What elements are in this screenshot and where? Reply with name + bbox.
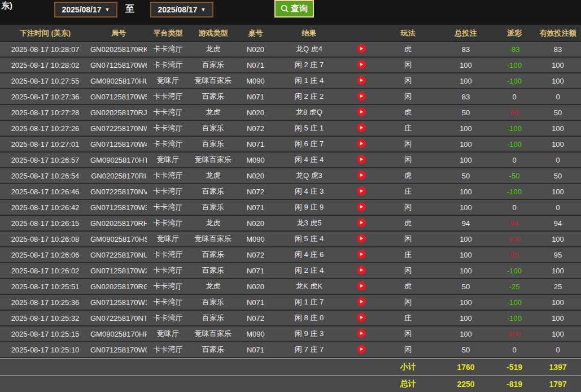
play-video-icon[interactable] bbox=[357, 92, 366, 101]
col-platform: 平台类型 bbox=[147, 28, 189, 38]
play-video-icon[interactable] bbox=[357, 107, 366, 116]
chevron-down-icon: ▼ bbox=[105, 7, 110, 12]
cell-total-bet: 100 bbox=[438, 140, 494, 149]
cell-result: 闲 7 庄 7 bbox=[274, 345, 344, 355]
cell-table-no: M090 bbox=[237, 235, 274, 243]
date-to-select[interactable]: 2025/08/17 ▼ bbox=[150, 2, 213, 18]
cell-payout: 95 bbox=[494, 251, 535, 259]
cell-platform: 卡卡湾厅 bbox=[147, 107, 189, 117]
cell-bet-time: 2025-08-17 10:27:55 bbox=[0, 77, 90, 85]
table-row: 2025-08-17 10:28:07 GN020258170RK 卡卡湾厅 龙… bbox=[0, 42, 581, 58]
play-video-icon[interactable] bbox=[357, 297, 366, 306]
col-payout: 派彩 bbox=[494, 28, 535, 38]
cell-bet-time: 2025-08-17 10:25:15 bbox=[0, 330, 90, 338]
cell-game-type: 龙虎 bbox=[189, 107, 237, 117]
cell-bet-option: 虎 bbox=[378, 218, 438, 228]
col-game-type: 游戏类型 bbox=[189, 28, 237, 38]
date-to-value: 2025/08/17 bbox=[158, 5, 198, 14]
cell-payout: -50 bbox=[494, 172, 535, 180]
table-row: 2025-08-17 10:25:32 GN072258170NT 卡卡湾厅 百… bbox=[0, 311, 581, 326]
cell-video bbox=[344, 155, 378, 165]
cell-bet-time: 2025-08-17 10:25:10 bbox=[0, 346, 90, 354]
cell-table-no: N020 bbox=[237, 45, 274, 54]
play-video-icon[interactable] bbox=[357, 345, 366, 354]
play-video-icon[interactable] bbox=[357, 202, 366, 211]
play-video-icon[interactable] bbox=[357, 139, 366, 148]
play-video-icon[interactable] bbox=[357, 265, 366, 275]
cell-total-bet: 50 bbox=[438, 108, 494, 117]
play-video-icon[interactable] bbox=[357, 123, 366, 132]
table-row: 2025-08-17 10:25:36 GN071258170W1 卡卡湾厅 百… bbox=[0, 295, 581, 311]
cell-table-no: N020 bbox=[237, 108, 274, 117]
play-video-icon[interactable] bbox=[357, 329, 366, 338]
play-video-icon[interactable] bbox=[357, 281, 366, 290]
cell-payout: 0 bbox=[494, 93, 535, 101]
cell-result: 闲 4 庄 6 bbox=[274, 250, 344, 260]
cell-bet-option: 闲 bbox=[378, 60, 438, 70]
play-video-icon[interactable] bbox=[357, 76, 366, 85]
table-row: 2025-08-17 10:27:01 GN071258170W4 卡卡湾厅 百… bbox=[0, 137, 581, 153]
cell-game-no: GN071258170W4 bbox=[90, 140, 147, 149]
cell-total-bet: 50 bbox=[438, 346, 494, 354]
cell-result: 闲 6 庄 7 bbox=[274, 139, 344, 149]
cell-game-type: 百家乐 bbox=[189, 60, 237, 70]
cell-bet-time: 2025-08-17 10:26:06 bbox=[0, 251, 90, 259]
cell-table-no: M090 bbox=[237, 330, 274, 338]
subtotal-payout: -519 bbox=[494, 363, 535, 372]
cell-valid-bet: 100 bbox=[535, 61, 581, 69]
cell-game-type: 百家乐 bbox=[189, 139, 237, 149]
col-valid-bet: 有效投注额 bbox=[535, 28, 581, 38]
cell-game-no: GN071258170W0 bbox=[90, 346, 147, 354]
cell-platform: 卡卡湾厅 bbox=[147, 44, 189, 54]
cell-game-type: 百家乐 bbox=[189, 92, 237, 102]
total-total-bet: 2250 bbox=[438, 380, 494, 389]
cell-valid-bet: 0 bbox=[535, 156, 581, 164]
play-video-icon[interactable] bbox=[357, 186, 366, 195]
table-row: 2025-08-17 10:28:02 GN071258170W6 卡卡湾厅 百… bbox=[0, 58, 581, 73]
cell-bet-time: 2025-08-17 10:26:54 bbox=[0, 172, 90, 180]
total-row: 总计 2250 -819 1797 bbox=[0, 375, 581, 392]
cell-total-bet: 94 bbox=[438, 219, 494, 228]
play-video-icon[interactable] bbox=[357, 218, 366, 227]
cell-valid-bet: 100 bbox=[535, 140, 581, 149]
cell-total-bet: 100 bbox=[438, 61, 494, 69]
cell-result: 闲 4 庄 4 bbox=[274, 155, 344, 165]
cell-video bbox=[344, 281, 378, 292]
cell-bet-time: 2025-08-17 10:27:01 bbox=[0, 140, 90, 149]
date-from-select[interactable]: 2025/08/17 ▼ bbox=[54, 2, 117, 18]
play-video-icon[interactable] bbox=[357, 234, 366, 243]
cell-total-bet: 100 bbox=[438, 314, 494, 323]
cell-valid-bet: 100 bbox=[535, 235, 581, 243]
cell-payout: 0 bbox=[494, 156, 535, 164]
cell-video bbox=[344, 171, 378, 181]
play-video-icon[interactable] bbox=[357, 171, 366, 180]
cell-bet-option: 虎 bbox=[378, 107, 438, 117]
cell-game-no: GN072258170NW bbox=[90, 124, 147, 133]
play-video-icon[interactable] bbox=[357, 44, 366, 53]
table-row: 2025-08-17 10:27:26 GN072258170NW 卡卡湾厅 百… bbox=[0, 121, 581, 137]
cell-table-no: N020 bbox=[237, 172, 274, 180]
cell-result: 龙K 虎K bbox=[274, 281, 344, 291]
play-video-icon[interactable] bbox=[357, 60, 366, 69]
cell-total-bet: 100 bbox=[438, 267, 494, 275]
query-button[interactable]: 查询 bbox=[274, 0, 314, 18]
cell-result: 闲 1 庄 7 bbox=[274, 297, 344, 307]
play-video-icon[interactable] bbox=[357, 155, 366, 164]
cell-payout: 0 bbox=[494, 346, 535, 354]
cell-bet-option: 虎 bbox=[378, 44, 438, 54]
cell-valid-bet: 25 bbox=[535, 282, 581, 291]
cell-video bbox=[344, 139, 378, 150]
cell-result: 闲 2 庄 2 bbox=[274, 92, 344, 102]
play-video-icon[interactable] bbox=[357, 250, 366, 259]
cell-bet-option: 闲 bbox=[378, 345, 438, 355]
cell-game-no: GM090258170HU bbox=[90, 77, 147, 85]
cell-game-type: 龙虎 bbox=[189, 281, 237, 291]
col-bet-time: 下注时间 (美东) bbox=[0, 28, 90, 38]
cell-bet-time: 2025-08-17 10:27:36 bbox=[0, 93, 90, 101]
cell-platform: 卡卡湾厅 bbox=[147, 218, 189, 228]
cell-table-no: M090 bbox=[237, 77, 274, 85]
play-video-icon[interactable] bbox=[357, 313, 366, 322]
col-result: 结果 bbox=[274, 28, 344, 38]
cell-game-type: 竞咪百家乐 bbox=[189, 155, 237, 165]
cell-payout: 100 bbox=[494, 330, 535, 338]
